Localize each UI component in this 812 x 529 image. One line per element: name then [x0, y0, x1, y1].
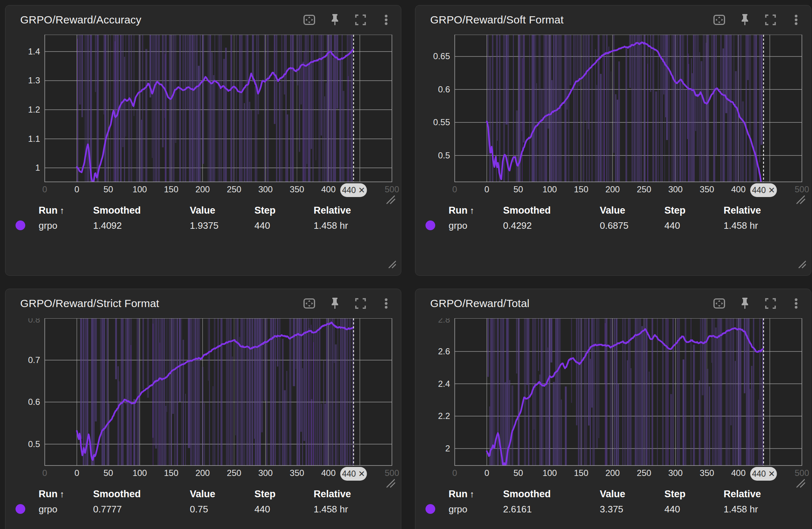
- column-header-value[interactable]: Value: [190, 205, 215, 216]
- column-header-run[interactable]: Run↑: [449, 489, 474, 500]
- x-edge-label-min: 0: [452, 184, 457, 194]
- y-tick-label: 0.6: [438, 84, 450, 94]
- run-value: 1.9375: [190, 220, 219, 231]
- column-header-step[interactable]: Step: [664, 489, 686, 500]
- x-tick-label: 150: [164, 184, 178, 194]
- fullscreen-button[interactable]: [763, 296, 778, 311]
- chart-title: GRPO/Reward/Soft Format: [430, 14, 564, 26]
- selected-step-badge[interactable]: 440 ✕: [340, 467, 367, 481]
- run-step: 440: [254, 504, 270, 515]
- fit-domain-button[interactable]: [301, 296, 317, 311]
- chart-resize-handle[interactable]: [387, 480, 395, 487]
- y-tick-label: 2: [445, 443, 450, 453]
- fit-to-data-icon: [301, 296, 317, 311]
- x-tick-label: 150: [574, 468, 588, 478]
- column-header-run[interactable]: Run↑: [39, 205, 64, 216]
- more-options-button[interactable]: [378, 12, 394, 28]
- x-tick-label: 200: [605, 468, 620, 478]
- pin-card-button[interactable]: [737, 12, 753, 28]
- run-smoothed-value: 2.6161: [503, 504, 532, 515]
- pin-card-button[interactable]: [327, 296, 343, 311]
- x-edge-label-min: 0: [42, 184, 47, 194]
- column-header-value[interactable]: Value: [190, 489, 215, 500]
- column-header-run[interactable]: Run↑: [449, 205, 474, 216]
- scalar-line-chart[interactable]: 0.50.550.60.6505010015020025030035040005…: [415, 35, 812, 204]
- more-options-icon: [788, 296, 804, 311]
- y-edge-label: 0.8: [28, 318, 40, 324]
- card-toolbar: [711, 296, 804, 311]
- fullscreen-button[interactable]: [763, 12, 778, 28]
- fullscreen-button[interactable]: [353, 12, 368, 28]
- chart-resize-handle[interactable]: [387, 196, 395, 204]
- pin-card-button[interactable]: [327, 12, 343, 28]
- y-tick-label: 1.3: [28, 75, 40, 85]
- x-tick-label: 150: [164, 468, 178, 478]
- x-tick-label: 250: [227, 468, 241, 478]
- more-options-button[interactable]: [788, 12, 804, 28]
- scalar-chart-card: GRPO/Reward/Strict Format: [5, 289, 401, 529]
- run-step: 440: [254, 220, 270, 231]
- x-tick-label: 400: [321, 468, 336, 478]
- selected-step-badge[interactable]: 440 ✕: [750, 183, 777, 197]
- card-resize-handle[interactable]: [388, 260, 397, 269]
- card-resize-handle[interactable]: [798, 260, 807, 269]
- x-tick-label: 50: [514, 184, 523, 194]
- column-header-smoothed[interactable]: Smoothed: [93, 489, 141, 500]
- more-options-button[interactable]: [788, 296, 804, 311]
- column-header-value[interactable]: Value: [600, 489, 625, 500]
- x-tick-label: 250: [637, 468, 651, 478]
- scalar-chart-card: GRPO/Reward/Accuracy: [5, 5, 401, 276]
- run-color-dot: [425, 220, 435, 230]
- x-tick-label: 350: [700, 468, 714, 478]
- chart-resize-handle[interactable]: [797, 196, 805, 204]
- chart-resize-handle[interactable]: [797, 480, 805, 487]
- y-edge-label: 2.8: [438, 318, 450, 324]
- column-header-relative[interactable]: Relative: [314, 489, 351, 500]
- svg-text:440 ✕: 440 ✕: [342, 469, 365, 478]
- pin-card-button[interactable]: [737, 296, 753, 311]
- column-header-value[interactable]: Value: [600, 205, 625, 216]
- column-header-relative[interactable]: Relative: [724, 489, 761, 500]
- x-edge-label-min: 0: [452, 468, 457, 478]
- x-tick-label: 300: [668, 468, 683, 478]
- x-tick-label: 100: [132, 468, 147, 478]
- scalar-line-chart[interactable]: 22.22.42.62.8050100150200250300350400050…: [415, 318, 812, 488]
- more-options-icon: [378, 12, 394, 28]
- column-header-relative[interactable]: Relative: [314, 205, 351, 216]
- column-header-step[interactable]: Step: [664, 205, 686, 216]
- scalar-line-chart[interactable]: 0.50.60.70.80501001502002503003504000500…: [5, 318, 402, 488]
- fit-domain-button[interactable]: [711, 296, 727, 311]
- x-tick-label: 100: [132, 184, 147, 194]
- column-header-step[interactable]: Step: [254, 205, 276, 216]
- sort-ascending-icon: ↑: [60, 489, 64, 499]
- scalar-chart-card: GRPO/Reward/Total: [415, 289, 811, 529]
- run-smoothed-value: 1.4092: [93, 220, 122, 231]
- run-value: 0.75: [190, 504, 208, 515]
- chart-title: GRPO/Reward/Total: [430, 297, 529, 310]
- selected-step-badge[interactable]: 440 ✕: [750, 467, 777, 481]
- y-tick-label: 0.6: [28, 397, 40, 407]
- run-relative-time: 1.458 hr: [314, 504, 348, 515]
- y-tick-label: 0.7: [28, 355, 40, 365]
- pin-icon: [327, 12, 343, 28]
- column-header-smoothed[interactable]: Smoothed: [503, 205, 551, 216]
- x-tick-label: 200: [605, 184, 620, 194]
- x-edge-label-max: 500: [385, 184, 399, 194]
- y-tick-label: 1.4: [28, 47, 40, 56]
- column-header-run[interactable]: Run↑: [39, 489, 64, 500]
- scalar-line-chart[interactable]: 11.11.21.31.4050100150200250300350400050…: [5, 35, 402, 204]
- fit-domain-button[interactable]: [301, 12, 317, 28]
- selected-step-badge[interactable]: 440 ✕: [340, 183, 367, 197]
- fit-domain-button[interactable]: [711, 12, 727, 28]
- column-header-relative[interactable]: Relative: [724, 205, 761, 216]
- fullscreen-button[interactable]: [353, 296, 368, 311]
- column-header-smoothed[interactable]: Smoothed: [503, 489, 551, 500]
- x-tick-label: 100: [542, 468, 557, 478]
- column-header-step[interactable]: Step: [254, 489, 276, 500]
- chart-title: GRPO/Reward/Strict Format: [20, 297, 159, 310]
- more-options-button[interactable]: [378, 296, 394, 311]
- run-step: 440: [664, 220, 680, 231]
- column-header-smoothed[interactable]: Smoothed: [93, 205, 141, 216]
- run-smoothed-value: 0.4292: [503, 220, 532, 231]
- run-color-dot: [16, 220, 25, 230]
